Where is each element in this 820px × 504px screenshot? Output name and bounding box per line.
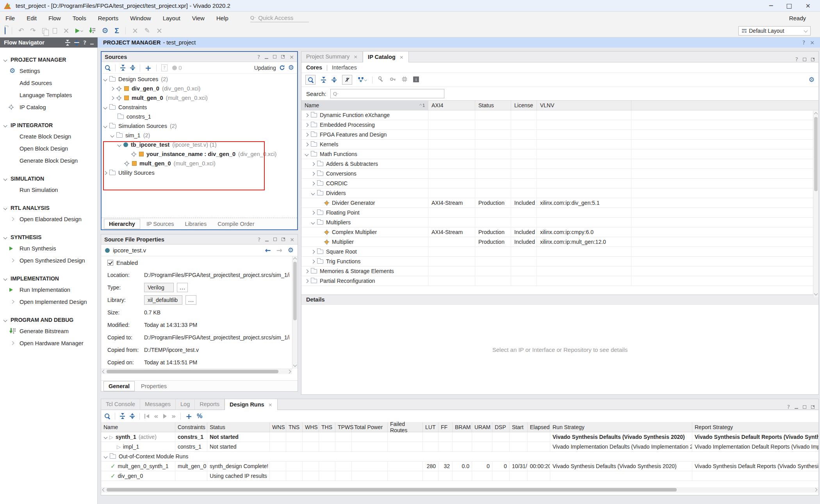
browse-button[interactable]: …	[185, 295, 196, 305]
close-icon[interactable]: ×	[810, 40, 815, 45]
tree-item-tb-ipcore-test[interactable]: tb_ipcore_test(ipcore_test.v) (1)	[102, 140, 297, 149]
chevron-right-icon[interactable]	[311, 172, 315, 176]
sources-panel-header[interactable]: Sources ? ×	[102, 52, 297, 62]
chevron-right-icon[interactable]	[305, 113, 309, 117]
tree-item-constrs-1[interactable]: constrs_1	[102, 112, 297, 121]
tab-general[interactable]: General	[103, 381, 135, 391]
section-header[interactable]: PROJECT MANAGER	[0, 55, 97, 65]
forward-icon[interactable]: →	[276, 247, 282, 254]
float-panel-icon[interactable]	[281, 55, 285, 59]
window-maximize-button[interactable]: □	[786, 3, 792, 9]
menu-file[interactable]: File	[5, 15, 15, 21]
column-header[interactable]: TPWS	[335, 422, 352, 432]
sidebar-item-create-block-design[interactable]: Create Block Design	[0, 130, 97, 142]
tab-compile-order[interactable]: Compile Order	[213, 219, 259, 229]
help-icon[interactable]: ?	[802, 40, 805, 45]
help-icon[interactable]: ?	[787, 404, 790, 410]
help-icon[interactable]: ?	[83, 40, 86, 45]
tree-item-sim-1[interactable]: sim_1(2)	[102, 131, 297, 140]
menu-layout[interactable]: Layout	[163, 15, 180, 21]
column-header[interactable]: DSP	[492, 422, 510, 432]
close-icon[interactable]: ×	[268, 402, 273, 407]
column-header[interactable]: Constraints	[175, 422, 207, 432]
run-row-impl-1[interactable]: ▷impl_1 constrs_1 Not started Vivado Imp…	[101, 442, 818, 452]
menu-reports[interactable]: Reports	[98, 15, 119, 21]
collapse-all-icon[interactable]	[321, 77, 326, 83]
back-icon[interactable]: ←	[265, 247, 271, 254]
column-header[interactable]: Name	[101, 422, 175, 432]
tab-properties[interactable]: Properties	[136, 382, 171, 391]
column-header[interactable]: Start	[510, 422, 528, 432]
section-header[interactable]: SYNTHESIS	[0, 232, 97, 242]
column-header[interactable]: TNS	[286, 422, 303, 432]
catalog-row[interactable]: Embedded Processing	[301, 120, 818, 130]
chevron-down-icon[interactable]	[104, 435, 108, 439]
chevron-down-icon[interactable]	[103, 124, 107, 128]
chevron-down-icon[interactable]	[104, 454, 108, 458]
float-panel-icon[interactable]	[282, 238, 285, 241]
catalog-row[interactable]: Multipliers	[301, 218, 818, 227]
tree-item-simulation-sources[interactable]: Simulation Sources(2)	[102, 121, 297, 131]
catalog-row-divider-generator[interactable]: Divider GeneratorAXI4-StreamProductionIn…	[301, 198, 818, 208]
section-header[interactable]: PROGRAM AND DEBUG	[0, 315, 97, 325]
sidebar-item-run-synthesis[interactable]: Run Synthesis	[0, 242, 97, 254]
catalog-row[interactable]: Trig Functions	[301, 257, 818, 266]
redo-icon[interactable]: ↷	[30, 27, 36, 34]
chevron-right-icon[interactable]	[305, 279, 309, 283]
search-input[interactable]: Q·	[330, 89, 444, 98]
minimize-panel-icon[interactable]	[90, 44, 94, 44]
chevron-right-icon[interactable]	[305, 123, 309, 127]
catalog-row[interactable]: Adders & Subtracters	[301, 159, 818, 169]
sidebar-item-settings[interactable]: ⚙Settings	[0, 65, 97, 77]
catalog-row[interactable]: Square Root	[301, 247, 818, 257]
column-axi4[interactable]: AXI4	[428, 101, 475, 110]
maximize-panel-icon[interactable]	[273, 238, 277, 241]
column-header[interactable]: WNS	[270, 422, 286, 432]
column-vlnv[interactable]: VLNV	[537, 101, 631, 110]
generate-bitstream-icon[interactable]	[89, 28, 95, 34]
vertical-scrollbar[interactable]	[813, 111, 818, 297]
search-icon[interactable]	[305, 75, 316, 85]
expand-all-icon[interactable]	[74, 40, 79, 46]
enabled-checkbox[interactable]	[107, 260, 113, 266]
layout-selector[interactable]: Default Layout	[738, 26, 811, 35]
open-project-icon[interactable]	[5, 27, 5, 34]
chevron-down-icon[interactable]	[311, 191, 315, 195]
sidebar-item-generate-bitstream[interactable]: Generate Bitstream	[0, 325, 97, 337]
gear-icon[interactable]: ⚙	[288, 247, 294, 254]
tab-ip-sources[interactable]: IP Sources	[142, 219, 179, 229]
search-icon[interactable]	[105, 65, 111, 71]
chevron-down-icon[interactable]	[118, 143, 121, 147]
tab-messages[interactable]: Messages	[140, 399, 176, 410]
sidebar-item-open-elaborated-design[interactable]: Open Elaborated Design	[0, 213, 97, 225]
add-sources-icon[interactable]: +	[145, 64, 152, 72]
close-icon[interactable]: ×	[353, 54, 358, 59]
catalog-row[interactable]: Memories & Storage Elements	[301, 266, 818, 276]
chevron-down-icon[interactable]	[111, 133, 114, 137]
column-header[interactable]: LUT	[423, 422, 439, 432]
column-header[interactable]: Report Strategy	[692, 422, 818, 432]
help-icon[interactable]: ?	[795, 57, 798, 62]
catalog-row[interactable]: FPGA Features and Design	[301, 130, 818, 140]
sidebar-item-ip-catalog[interactable]: IP Catalog	[0, 101, 97, 113]
library-field[interactable]: xil_defaultlib	[144, 295, 182, 305]
column-header[interactable]: Run Strategy	[550, 422, 692, 432]
paste-icon[interactable]	[53, 28, 57, 34]
properties-panel-header[interactable]: Source File Properties ? ×	[101, 234, 298, 245]
delete-icon[interactable]: ×	[63, 27, 70, 34]
tab-libraries[interactable]: Libraries	[180, 219, 212, 229]
undo-icon[interactable]: ↶	[18, 27, 24, 34]
settings-gear-icon[interactable]: ⚙	[102, 27, 108, 34]
column-header[interactable]: WHS	[303, 422, 319, 432]
chevron-right-icon[interactable]	[305, 269, 309, 273]
chevron-right-icon[interactable]	[311, 250, 315, 254]
column-header[interactable]: BRAM	[453, 422, 472, 432]
run-row-mult-gen-0-synth-1[interactable]: ✓mult_gen_0_synth_1 mult_gen_0 synth_des…	[101, 461, 818, 471]
tab-reports[interactable]: Reports	[195, 399, 225, 410]
tree-item-your-instance-name[interactable]: your_instance_name : div_gen_0(div_gen_0…	[102, 149, 297, 159]
expand-all-icon[interactable]	[130, 65, 135, 71]
window-close-button[interactable]: ×	[806, 3, 811, 9]
column-name[interactable]: Name1	[301, 101, 428, 110]
tree-item-design-sources[interactable]: Design Sources(2)	[102, 75, 297, 84]
menu-edit[interactable]: Edit	[27, 15, 37, 21]
